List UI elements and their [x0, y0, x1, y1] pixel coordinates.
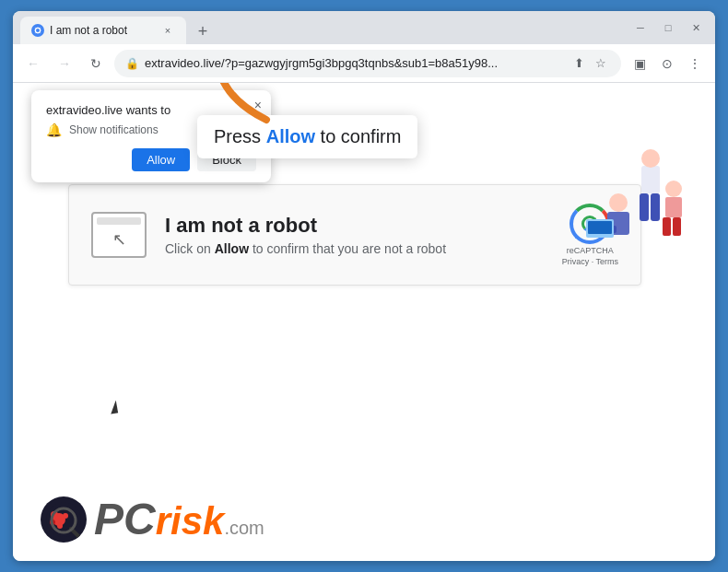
- profile-icon[interactable]: ⊙: [654, 51, 680, 76]
- captcha-text: I am not a robot Click on Allow to confi…: [165, 214, 544, 256]
- svg-point-13: [665, 181, 682, 197]
- browser-window: I am not a robot × + ─ □ ✕ ← → ↻ 🔒 extra…: [13, 11, 715, 561]
- captcha-title: I am not a robot: [165, 214, 544, 238]
- pcrisk-risk-color: risk: [156, 499, 225, 543]
- captcha-desc-suffix: to confirm that you are not a robot: [249, 241, 446, 256]
- url-right-icons: ⬆ ☆: [569, 54, 610, 73]
- lock-icon: 🔒: [125, 57, 139, 70]
- svg-rect-15: [663, 217, 671, 236]
- pcrisk-logo-svg: [45, 501, 82, 538]
- captcha-desc-bold: Allow: [215, 241, 249, 256]
- url-bar[interactable]: 🔒 extravideo.live/?p=gazwgyjrgm5gi3bpgq3…: [114, 50, 621, 77]
- pcrisk-risk-text: risk.com: [156, 502, 264, 541]
- tooltip-highlight: Allow: [266, 126, 315, 146]
- svg-rect-4: [641, 166, 660, 193]
- pcrisk-logo: PC risk.com: [41, 496, 264, 543]
- svg-rect-12: [588, 221, 612, 234]
- svg-rect-7: [651, 193, 660, 221]
- captcha-arrow-icon: ↖: [112, 229, 126, 250]
- tab-title: I am not a robot: [50, 24, 155, 37]
- url-text: extravideo.live/?p=gazwgyjrgm5gi3bpgq3tq…: [145, 56, 564, 70]
- svg-point-21: [57, 523, 63, 529]
- reload-button[interactable]: ↻: [83, 51, 109, 76]
- orange-arrow-icon: [211, 83, 285, 129]
- mouse-cursor: [109, 400, 118, 414]
- captcha-window-icon: ↖: [91, 212, 147, 258]
- minimize-button[interactable]: ─: [628, 16, 652, 40]
- captcha-description: Click on Allow to confirm that you are n…: [165, 241, 544, 256]
- share-icon[interactable]: ⬆: [569, 54, 588, 73]
- bookmark-icon[interactable]: ☆: [592, 54, 610, 73]
- robot-svg: [549, 111, 697, 295]
- tooltip-prefix: Press: [214, 126, 266, 146]
- close-button[interactable]: ✕: [684, 16, 708, 40]
- captcha-desc-prefix: Click on: [165, 241, 215, 256]
- page-content: × extravideo.live wants to 🔔 Show notifi…: [13, 83, 715, 561]
- svg-point-1: [36, 29, 40, 32]
- svg-point-8: [609, 193, 628, 212]
- pcrisk-icon: [41, 496, 87, 543]
- notification-description: Show notifications: [69, 123, 159, 136]
- arrow-tooltip-container: Press Allow to confirm: [197, 115, 417, 158]
- svg-point-5: [641, 149, 660, 168]
- new-tab-button[interactable]: +: [190, 18, 216, 44]
- title-bar: I am not a robot × + ─ □ ✕: [13, 11, 715, 44]
- tabs-area: I am not a robot × +: [20, 11, 628, 44]
- svg-point-20: [63, 513, 68, 519]
- address-bar: ← → ↻ 🔒 extravideo.live/?p=gazwgyjrgm5gi…: [13, 44, 715, 83]
- sidebar-icon[interactable]: ▣: [627, 51, 652, 76]
- svg-rect-14: [665, 197, 682, 217]
- menu-icon[interactable]: ⋮: [682, 51, 708, 76]
- tab-favicon: [31, 24, 44, 37]
- toolbar-buttons: ▣ ⊙ ⋮: [627, 51, 708, 76]
- tab-close-button[interactable]: ×: [160, 23, 175, 38]
- allow-button[interactable]: Allow: [132, 148, 190, 171]
- robot-illustration: [549, 111, 697, 295]
- active-tab[interactable]: I am not a robot ×: [20, 17, 186, 44]
- pcrisk-com-text: .com: [224, 518, 264, 538]
- pcrisk-text-container: PC risk.com: [94, 497, 264, 542]
- back-button[interactable]: ←: [20, 51, 46, 76]
- tooltip-suffix: to confirm: [315, 126, 401, 146]
- title-bar-controls: ─ □ ✕: [628, 16, 708, 40]
- svg-rect-16: [673, 217, 681, 236]
- forward-button[interactable]: →: [52, 51, 77, 76]
- bell-icon: 🔔: [46, 123, 62, 137]
- pcrisk-pc-text: PC: [94, 497, 156, 542]
- maximize-button[interactable]: □: [656, 16, 680, 40]
- svg-rect-6: [640, 193, 649, 221]
